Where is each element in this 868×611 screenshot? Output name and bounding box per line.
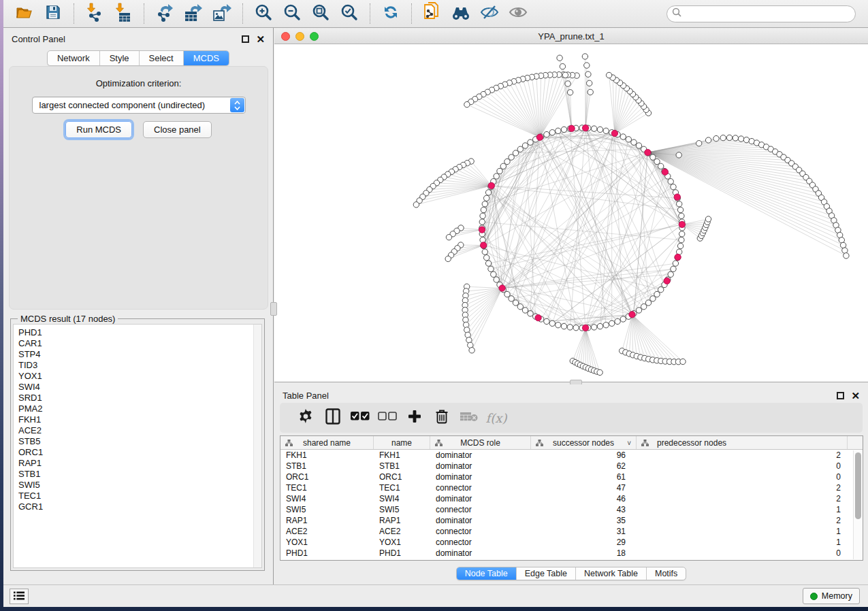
column-menu-icon[interactable]: ˅ [627, 440, 631, 447]
deselect-all-rows-button[interactable] [374, 406, 401, 430]
open-file-button[interactable] [10, 2, 39, 25]
result-node-gcr1[interactable]: GCR1 [18, 501, 261, 512]
delete-table-button-disabled [455, 406, 483, 430]
node-table: shared namenameMCDS rolesuccessor nodes˅… [280, 435, 863, 561]
close-table-panel-icon[interactable]: ✕ [851, 392, 860, 399]
show-all-button[interactable] [504, 2, 532, 25]
export-network-button[interactable] [150, 2, 179, 25]
zoom-in-button[interactable] [249, 2, 278, 25]
export-table-button[interactable] [179, 2, 208, 25]
network-graph[interactable] [274, 44, 868, 382]
table-scrollbar-thumb[interactable] [855, 452, 861, 519]
result-node-orc1[interactable]: ORC1 [18, 447, 261, 458]
cell: SWI4 [280, 493, 374, 504]
table-row-rap1[interactable]: RAP1RAP1dominator352 [280, 515, 863, 526]
result-node-swi5[interactable]: SWI5 [18, 480, 261, 491]
network-window-titlebar[interactable]: YPA_prune.txt_1 [274, 29, 868, 44]
application-window: Control Panel ✕ NetworkStyleSelectMCDS O… [3, 0, 868, 607]
column-header-mcds-role[interactable]: MCDS role [430, 436, 531, 449]
cell: connector [430, 504, 531, 515]
cell: YOX1 [280, 537, 374, 548]
result-list-scrollbar[interactable] [253, 325, 261, 567]
result-node-rap1[interactable]: RAP1 [18, 458, 261, 469]
result-node-srd1[interactable]: SRD1 [18, 393, 261, 403]
column-header-successor-nodes[interactable]: successor nodes˅ [531, 436, 637, 449]
table-row-stb1[interactable]: STB1STB1dominator620 [280, 461, 863, 472]
result-node-yox1[interactable]: YOX1 [18, 371, 261, 382]
table-row-yox1[interactable]: YOX1YOX1connector291 [280, 537, 863, 548]
cell: dominator [430, 450, 531, 461]
tab-network[interactable]: Network [48, 51, 99, 65]
export-image-button[interactable] [208, 2, 236, 25]
zoom-out-button[interactable] [278, 2, 306, 25]
result-node-stb1[interactable]: STB1 [18, 469, 261, 480]
float-panel-icon[interactable] [242, 35, 249, 43]
column-type-icon [641, 439, 649, 448]
tab-mcds[interactable]: MCDS [183, 51, 229, 65]
new-network-from-selection-button[interactable] [418, 2, 447, 25]
table-options-button[interactable] [292, 406, 319, 430]
tab-select[interactable]: Select [139, 51, 183, 65]
cell: 35 [531, 515, 637, 526]
result-node-swi4[interactable]: SWI4 [18, 382, 261, 393]
result-node-stb5[interactable]: STB5 [18, 436, 261, 447]
result-node-phd1[interactable]: PHD1 [18, 327, 261, 338]
hide-selection-button[interactable] [475, 2, 504, 25]
cell: 2 [637, 482, 848, 493]
delete-column-button[interactable] [428, 406, 455, 430]
refresh-view-button[interactable] [376, 2, 405, 25]
save-session-button[interactable] [39, 2, 67, 25]
result-node-ace2[interactable]: ACE2 [18, 425, 261, 436]
result-node-fkh1[interactable]: FKH1 [18, 414, 261, 425]
import-table-button[interactable] [109, 2, 138, 25]
tab-node-table[interactable]: Node Table [457, 567, 516, 580]
cell: 1 [637, 526, 848, 537]
table-panel-title: Table Panel [283, 391, 329, 401]
result-node-tid3[interactable]: TID3 [18, 360, 261, 371]
zoom-fit-button[interactable] [306, 2, 335, 25]
column-header-predecessor-nodes[interactable]: predecessor nodes [637, 436, 848, 449]
zoom-selected-button[interactable] [335, 2, 364, 25]
cell: 43 [531, 504, 637, 515]
toolbar-separator [144, 3, 144, 24]
table-row-swi4[interactable]: SWI4SWI4dominator462 [280, 493, 863, 504]
result-node-pma2[interactable]: PMA2 [18, 403, 261, 414]
cell: RAP1 [374, 515, 430, 526]
table-row-ace2[interactable]: ACE2ACE2connector311 [280, 526, 863, 537]
tab-edge-table[interactable]: Edge Table [516, 567, 575, 580]
cell: 46 [531, 493, 637, 504]
criterion-dropdown[interactable]: largest connected component (undirected) [32, 97, 246, 114]
memory-button[interactable]: Memory [803, 588, 860, 604]
table-row-phd1[interactable]: PHD1PHD1dominator180 [280, 548, 863, 559]
tab-motifs[interactable]: Motifs [646, 567, 686, 580]
search-input[interactable] [685, 9, 850, 19]
run-mcds-button[interactable]: Run MCDS [65, 121, 132, 138]
table-row-orc1[interactable]: ORC1ORC1dominator610 [280, 472, 863, 482]
table-row-swi5[interactable]: SWI5SWI5connector431 [280, 504, 863, 515]
column-header-name[interactable]: name [374, 436, 430, 449]
float-table-panel-icon[interactable] [837, 392, 844, 399]
add-column-button[interactable] [401, 406, 428, 430]
tab-network-table[interactable]: Network Table [575, 567, 646, 580]
vertical-splitter-grip[interactable] [270, 302, 277, 316]
tab-style[interactable]: Style [99, 51, 139, 65]
table-scrollbar[interactable] [853, 450, 862, 559]
close-panel-icon[interactable]: ✕ [256, 35, 265, 43]
search-box[interactable] [666, 5, 856, 22]
import-network-button[interactable] [80, 2, 109, 25]
show-panels-list-button[interactable] [10, 589, 29, 604]
table-row-fkh1[interactable]: FKH1FKH1dominator962 [280, 450, 863, 461]
close-panel-button[interactable]: Close panel [143, 121, 212, 138]
fx-icon: f(x) [486, 411, 507, 425]
cell: SWI5 [374, 504, 430, 515]
column-label: name [391, 438, 412, 448]
result-node-stp4[interactable]: STP4 [18, 349, 261, 360]
result-node-car1[interactable]: CAR1 [18, 338, 261, 349]
select-all-rows-button[interactable] [347, 406, 374, 430]
table-row-tec1[interactable]: TEC1TEC1connector472 [280, 482, 863, 493]
find-button[interactable] [447, 2, 475, 25]
column-header-shared-name[interactable]: shared name [280, 436, 374, 449]
show-column-button[interactable] [319, 406, 347, 430]
result-node-tec1[interactable]: TEC1 [18, 491, 261, 501]
network-canvas[interactable] [274, 44, 868, 382]
